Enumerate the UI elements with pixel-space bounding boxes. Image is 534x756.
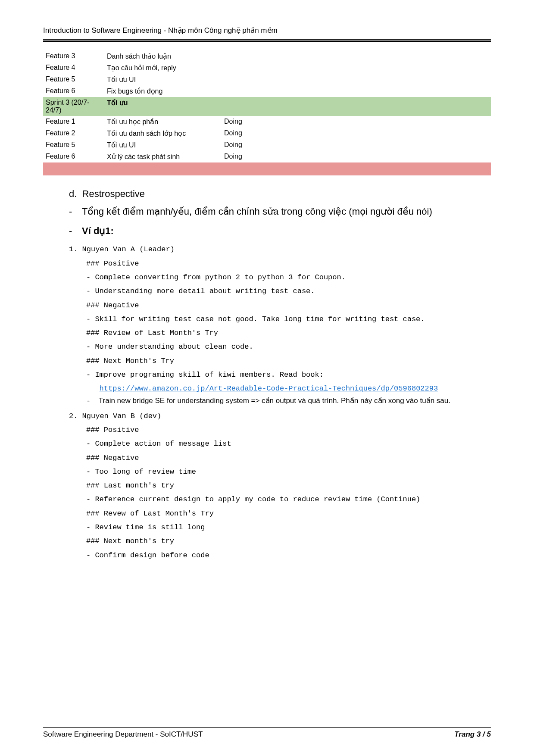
cell-empty: [283, 116, 387, 128]
dash-icon: -: [69, 204, 82, 219]
cell-empty: [387, 128, 491, 139]
cell-status: Doing: [222, 139, 283, 151]
cell-empty: [283, 85, 387, 97]
cell-feature: Sprint 3 (20/7-24/7): [43, 97, 104, 116]
cell-empty: [283, 139, 387, 151]
person2-last1: - Reference current design to apply my c…: [86, 493, 491, 506]
feature-table: Feature 3 Danh sách thảo luận Feature 4 …: [43, 50, 491, 175]
dash-item-2: -Ví dụ1:: [69, 223, 491, 238]
cell-feature: Feature 4: [43, 62, 104, 74]
cell-empty: [283, 162, 387, 175]
cell-empty: [283, 62, 387, 74]
cell-desc: Tối ưu UI: [104, 139, 222, 151]
cell-feature: [43, 162, 104, 175]
cell-status: [222, 74, 283, 85]
footer-page: Trang 3 / 5: [454, 730, 491, 739]
amazon-link[interactable]: https://www.amazon.co.jp/Art-Readable-Co…: [100, 384, 438, 393]
cell-empty: [387, 85, 491, 97]
cell-empty: [387, 162, 491, 175]
person2-review-h: ### Revew of Last Month's Try: [86, 507, 491, 521]
title-d: Restrospective: [82, 188, 145, 199]
person1-note: - Train new bridge SE for understanding …: [86, 396, 491, 405]
cell-desc: Tối ưu học phần: [104, 116, 222, 128]
cell-empty: [283, 128, 387, 139]
cell-empty: [283, 74, 387, 85]
note-text: Train new bridge SE for understanding sy…: [99, 397, 450, 405]
cell-feature: Feature 6: [43, 151, 104, 162]
dash-icon: -: [69, 223, 82, 238]
person2-rev1: - Review time is still long: [86, 521, 491, 534]
cell-feature: Feature 5: [43, 74, 104, 85]
cell-desc: Danh sách thảo luận: [104, 50, 222, 62]
person1-rev1: - More understanding about clean code.: [86, 340, 491, 354]
section-d-heading: d. Restrospective: [69, 188, 491, 200]
cell-desc: Fix bugs tồn đọng: [104, 85, 222, 97]
cell-status: [222, 50, 283, 62]
person1-pos1: - Complete converting from python 2 to p…: [86, 271, 491, 284]
cell-desc: Xử lý các task phát sinh: [104, 151, 222, 162]
cell-status: [222, 62, 283, 74]
person2-next1: - Confirm design before code: [86, 549, 491, 562]
cell-empty: [283, 50, 387, 62]
person1-pos2: - Understanding more detail about writin…: [86, 284, 491, 298]
cell-status: Doing: [222, 151, 283, 162]
cell-empty: [387, 151, 491, 162]
person2-next-h: ### Next month's try: [86, 534, 491, 548]
page-footer: Software Engineering Department - SoICT/…: [43, 727, 491, 739]
cell-status: [222, 97, 283, 116]
cell-status: Doing: [222, 128, 283, 139]
person2-title: 2. Nguyen Van B (dev): [69, 409, 491, 423]
cell-status: Doing: [222, 116, 283, 128]
table-row: Feature 5 Tối ưu UI: [43, 74, 491, 85]
footer-left: Software Engineering Department - SoICT/…: [43, 730, 203, 739]
table-row: Feature 4 Tạo câu hỏi mới, reply: [43, 62, 491, 74]
table-row-red: [43, 162, 491, 175]
dash-text: Ví dụ1:: [82, 225, 114, 236]
person2-last-h: ### Last month's try: [86, 479, 491, 493]
cell-feature: Feature 3: [43, 50, 104, 62]
person1-link-line: https://www.amazon.co.jp/Art-Readable-Co…: [86, 382, 491, 396]
cell-empty: [283, 97, 387, 116]
cell-empty: [387, 62, 491, 74]
cell-desc: Tối ưu UI: [104, 74, 222, 85]
person1-title: 1. Nguyen Van A (Leader): [69, 243, 491, 256]
person1-next-h: ### Next Month's Try: [86, 354, 491, 368]
table-row: Feature 2 Tối ưu danh sách lớp học Doing: [43, 128, 491, 139]
footer-divider: [43, 727, 491, 728]
letter-d: d.: [69, 188, 77, 199]
dash-item-1: -Tổng kết điểm mạnh/yếu, điểm cần chỉnh …: [69, 204, 491, 219]
cell-empty: [387, 74, 491, 85]
table-row: Feature 6 Fix bugs tồn đọng: [43, 85, 491, 97]
table-row-sprint: Sprint 3 (20/7-24/7) Tối ưu: [43, 97, 491, 116]
cell-feature: Feature 5: [43, 139, 104, 151]
cell-feature: Feature 6: [43, 85, 104, 97]
person2-positive-h: ### Positive: [86, 423, 491, 437]
cell-feature: Feature 1: [43, 116, 104, 128]
cell-empty: [387, 50, 491, 62]
cell-feature: Feature 2: [43, 128, 104, 139]
cell-empty: [283, 151, 387, 162]
person1-next1: - Improve programing skill of kiwi membe…: [86, 368, 491, 382]
cell-empty: [387, 139, 491, 151]
cell-desc: Tối ưu danh sách lớp học: [104, 128, 222, 139]
person1-review-h: ### Review of Last Month's Try: [86, 326, 491, 340]
cell-status: [222, 162, 283, 175]
cell-empty: [387, 97, 491, 116]
dash-icon: -: [86, 397, 91, 405]
person1-negative-h: ### Negative: [86, 299, 491, 312]
person2-negative-h: ### Negative: [86, 451, 491, 465]
header-divider: [43, 39, 491, 42]
person2-pos1: - Complete action of message list: [86, 437, 491, 451]
person1-positive-h: ### Positive: [86, 257, 491, 271]
dash-text: Tổng kết điểm mạnh/yếu, điểm cần chỉnh s…: [82, 206, 432, 217]
person1-neg1: - Skill for writing test case not good. …: [86, 312, 491, 326]
table-row: Feature 1 Tối ưu học phần Doing: [43, 116, 491, 128]
cell-desc: Tạo câu hỏi mới, reply: [104, 62, 222, 74]
person2-neg1: - Too long of review time: [86, 465, 491, 479]
table-row: Feature 5 Tối ưu UI Doing: [43, 139, 491, 151]
cell-empty: [387, 116, 491, 128]
cell-desc: [104, 162, 222, 175]
cell-desc: Tối ưu: [104, 97, 222, 116]
page-header: Introduction to Software Engineering - N…: [43, 26, 491, 37]
table-row: Feature 3 Danh sách thảo luận: [43, 50, 491, 62]
